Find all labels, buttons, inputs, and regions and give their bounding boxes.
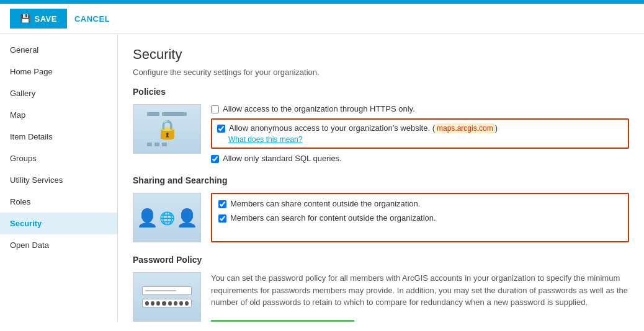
- policies-options: Allow access to the organization through…: [211, 104, 629, 163]
- sharing-title: Sharing and Searching: [133, 175, 629, 185]
- save-button[interactable]: 💾 SAVE: [10, 9, 67, 29]
- sharing-options: Members can share content outside the or…: [211, 193, 629, 242]
- https-label: Allow access to the organization through…: [223, 104, 415, 113]
- sidebar-item-gallery[interactable]: Gallery: [0, 82, 117, 104]
- password-title: Password Policy: [133, 255, 629, 265]
- sharing-section: Sharing and Searching 👤 🌐 👤 Members c: [133, 175, 629, 242]
- sidebar-item-map[interactable]: Map: [0, 104, 117, 126]
- save-label: SAVE: [35, 14, 57, 24]
- sidebar-item-roles[interactable]: Roles: [0, 191, 117, 213]
- update-password-policy-button[interactable]: UPDATE PASSWORD POLICY: [211, 320, 354, 322]
- policies-title: Policies: [133, 87, 629, 97]
- page-description: Configure the security settings for your…: [133, 68, 629, 77]
- password-image: [133, 272, 201, 322]
- cancel-button[interactable]: CANCEL: [74, 14, 110, 24]
- sharing-image: 👤 🌐 👤: [133, 193, 201, 242]
- toolbar: 💾 SAVE CANCEL: [0, 4, 644, 34]
- sql-checkbox[interactable]: [211, 155, 219, 163]
- sidebar-item-item-details[interactable]: Item Details: [0, 126, 117, 148]
- what-does-this-mean-link[interactable]: What does this mean?: [228, 135, 623, 144]
- share-outside-checkbox[interactable]: [218, 200, 226, 208]
- page-title: Security: [133, 46, 629, 63]
- password-content: You can set the password policy for all …: [211, 272, 629, 322]
- anonymous-checkbox[interactable]: [217, 125, 225, 133]
- password-description: You can set the password policy for all …: [211, 272, 629, 309]
- policies-section: Policies 🔒: [133, 87, 629, 163]
- sidebar-item-general[interactable]: General: [0, 39, 117, 61]
- share-outside-label: Members can share content outside the or…: [230, 199, 420, 208]
- sidebar-item-groups[interactable]: Groups: [0, 148, 117, 169]
- search-outside-checkbox[interactable]: [218, 214, 226, 223]
- sidebar-item-security[interactable]: Security: [0, 213, 117, 234]
- sidebar: General Home Page Gallery Map Item Detai…: [0, 34, 118, 322]
- save-icon: 💾: [20, 14, 31, 24]
- cancel-label: CANCEL: [74, 14, 110, 24]
- search-outside-label: Members can search for content outside t…: [230, 213, 436, 223]
- https-checkbox[interactable]: [211, 105, 219, 113]
- sidebar-item-utility-services[interactable]: Utility Services: [0, 169, 117, 191]
- sql-label: Allow only standard SQL queries.: [223, 154, 342, 163]
- sidebar-item-open-data[interactable]: Open Data: [0, 234, 117, 256]
- main-content: Security Configure the security settings…: [118, 34, 644, 322]
- policies-image: 🔒: [133, 104, 201, 163]
- password-section: Password Policy: [133, 255, 629, 322]
- anonymous-label: Allow anonymous access to your organizat…: [229, 123, 498, 133]
- org-url: maps.arcgis.com: [435, 123, 495, 133]
- sidebar-item-home-page[interactable]: Home Page: [0, 61, 117, 82]
